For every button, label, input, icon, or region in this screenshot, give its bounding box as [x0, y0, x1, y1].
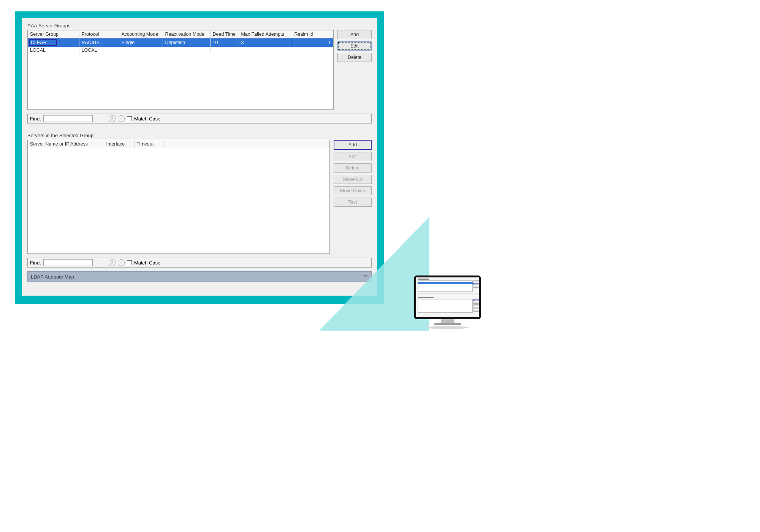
- add-group-button[interactable]: Add: [337, 30, 372, 39]
- col-interface[interactable]: Interface: [104, 140, 134, 148]
- test-button[interactable]: Test: [334, 198, 372, 207]
- find-input-groups[interactable]: [43, 115, 93, 122]
- match-case-label: Match Case: [134, 116, 160, 122]
- col-reactivation-mode[interactable]: Reactivation Mode: [163, 30, 210, 38]
- col-realm-id[interactable]: Realm Id: [292, 30, 333, 38]
- col-empty: [165, 140, 329, 148]
- cell-reactivation-mode: [163, 47, 210, 54]
- col-server-name[interactable]: Server Name or IP Address: [28, 140, 104, 148]
- aaa-server-groups-title: AAA Server Groups: [27, 23, 372, 28]
- server-groups-area: Server Group Protocol Accounting Mode Re…: [27, 30, 372, 110]
- servers-table[interactable]: Server Name or IP Address Interface Time…: [27, 140, 330, 254]
- table-row[interactable]: LOCAL LOCAL: [28, 47, 333, 54]
- server-groups-header-row: Server Group Protocol Accounting Mode Re…: [28, 30, 333, 38]
- find-label: Find:: [30, 260, 41, 266]
- match-case-checkbox-servers[interactable]: [127, 260, 132, 265]
- cell-dead-time: [210, 47, 239, 54]
- col-protocol[interactable]: Protocol: [79, 30, 119, 38]
- cell-protocol: LOCAL: [79, 47, 119, 54]
- monitor-thumbnail: [414, 276, 481, 329]
- find-prev-icon[interactable]: △: [118, 259, 125, 266]
- cell-accounting-mode: [119, 47, 163, 54]
- move-up-button[interactable]: Move Up: [334, 175, 372, 184]
- monitor-base: [434, 323, 461, 325]
- cell-realm-id: 1: [292, 38, 333, 47]
- table-row[interactable]: CLEAR RADIUS Single Depletion 10 3 1: [28, 38, 333, 47]
- cell-protocol: RADIUS: [79, 38, 119, 47]
- col-dead-time[interactable]: Dead Time: [210, 30, 239, 38]
- col-max-failed[interactable]: Max Failed Attempts: [239, 30, 292, 38]
- servers-button-column: Add Edit Delete Move Up Move Down Test: [334, 140, 372, 207]
- server-groups-button-column: Add Edit Delete: [337, 30, 372, 62]
- delete-server-button[interactable]: Delete: [334, 163, 372, 173]
- find-next-icon[interactable]: ▽: [109, 115, 116, 122]
- servers-in-group-title: Servers in the Selected Group: [27, 133, 372, 138]
- monitor-screen: [416, 277, 479, 317]
- clear-highlight-box: CLEAR: [29, 39, 57, 46]
- edit-server-button[interactable]: Edit: [334, 152, 372, 161]
- col-server-group[interactable]: Server Group: [28, 30, 79, 38]
- cell-server-group: CLEAR: [28, 38, 79, 47]
- cell-max-failed: 3: [239, 38, 292, 47]
- servers-header-row: Server Name or IP Address Interface Time…: [28, 140, 329, 148]
- cell-server-group: LOCAL: [28, 47, 79, 54]
- add-server-button[interactable]: Add: [334, 140, 372, 150]
- cell-reactivation-mode: Depletion: [163, 38, 210, 47]
- ldap-label: LDAP Attribute Map: [31, 274, 74, 280]
- monitor-stand: [441, 319, 454, 323]
- callout-triangle: [319, 217, 429, 331]
- cell-realm-id: [292, 47, 333, 54]
- monitor-frame: [414, 276, 481, 319]
- match-case-checkbox-groups[interactable]: [127, 116, 132, 121]
- match-case-label: Match Case: [134, 260, 160, 266]
- move-down-button[interactable]: Move Down: [334, 186, 372, 195]
- col-accounting-mode[interactable]: Accounting Mode: [119, 30, 163, 38]
- server-groups-table[interactable]: Server Group Protocol Accounting Mode Re…: [27, 30, 334, 110]
- cell-accounting-mode: Single: [119, 38, 163, 47]
- find-next-icon[interactable]: ▽: [109, 259, 116, 266]
- edit-group-button[interactable]: Edit: [337, 41, 372, 51]
- monitor-shadow: [427, 326, 469, 329]
- find-label: Find:: [30, 116, 41, 122]
- cell-max-failed: [239, 47, 292, 54]
- find-input-servers[interactable]: [43, 259, 93, 266]
- col-timeout[interactable]: Timeout: [134, 140, 165, 148]
- find-row-groups: Find: ▽ △ Match Case: [27, 114, 372, 124]
- find-prev-icon[interactable]: △: [118, 115, 125, 122]
- delete-group-button[interactable]: Delete: [337, 53, 372, 62]
- cell-dead-time: 10: [210, 38, 239, 47]
